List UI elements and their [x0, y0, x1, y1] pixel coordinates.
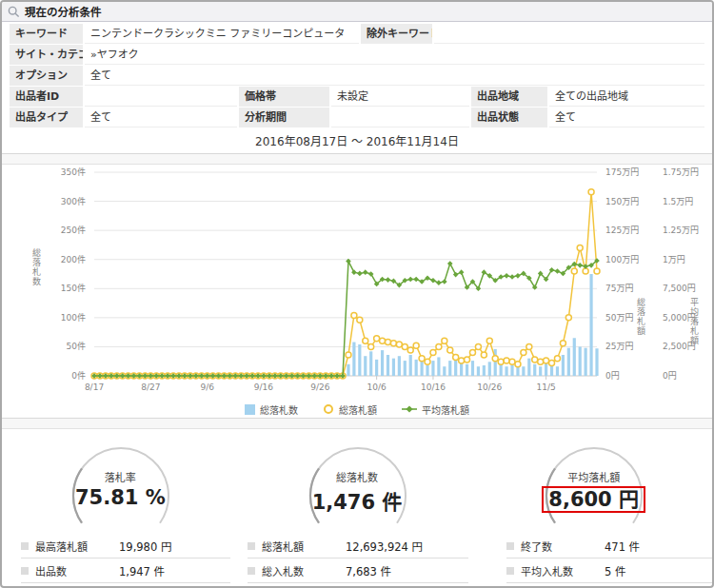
stat-row: 総出品者数1,674 人: [248, 583, 468, 588]
legend-item-bid-count[interactable]: 総落札数: [245, 402, 298, 417]
auction-trend-chart: 0件0円0円50件25万円2,500円100件50万円5,000円150件75万…: [2, 165, 714, 397]
stat-row: 最高入札数85 件: [21, 583, 230, 588]
svg-text:10/26: 10/26: [477, 382, 502, 392]
gauge-label: 落札率: [2, 469, 239, 484]
svg-text:250件: 250件: [61, 225, 86, 235]
svg-text:50万円: 50万円: [605, 313, 633, 323]
svg-text:125万円: 125万円: [605, 225, 639, 235]
stat-value: 19,980 円: [119, 539, 171, 554]
analysis-period-label: 分析期間: [239, 108, 329, 127]
stat-value: 471 件: [605, 539, 640, 554]
svg-text:350件: 350件: [61, 167, 86, 177]
stat-row: 総入札数7,683 件: [248, 559, 468, 583]
chart-section: 0件0円0円50件25万円2,500円100件50万円5,000円150件75万…: [2, 165, 712, 418]
stat-label: 終了数: [521, 539, 605, 554]
svg-text:1万円: 1万円: [663, 255, 685, 265]
legend-label: 平均落札額: [422, 402, 469, 417]
legend-item-avg-amount[interactable]: 平均落札額: [402, 402, 469, 417]
svg-text:8/27: 8/27: [141, 382, 160, 392]
svg-text:8/17: 8/17: [85, 382, 104, 392]
svg-text:100万円: 100万円: [605, 255, 639, 265]
svg-text:75万円: 75万円: [605, 284, 633, 293]
condition-row-type: 出品タイプ 全て 分析期間 出品状態 全て: [10, 108, 704, 127]
svg-text:0円: 0円: [605, 371, 620, 381]
region-value: 全ての出品地域: [549, 87, 704, 107]
svg-text:9/26: 9/26: [310, 382, 329, 392]
stat-label: 出品数: [35, 563, 119, 578]
bullet-square-icon: [506, 567, 514, 575]
svg-text:150万円: 150万円: [605, 197, 639, 206]
bar-swatch-icon: [245, 404, 255, 415]
section-divider: [2, 153, 712, 165]
stat-value: 7,683 件: [346, 563, 391, 578]
condition-row-keyword: キーワード ニンテンドークラシックミニ ファミリーコンピュータ 除外キーワード: [10, 24, 704, 44]
svg-text:175万円: 175万円: [605, 167, 639, 177]
bullet-square-icon: [21, 542, 29, 550]
bullet-square-icon: [248, 542, 255, 550]
svg-text:50件: 50件: [67, 341, 86, 351]
gauge-win-rate: 落札率 75.81 %: [2, 429, 239, 532]
option-label: オプション: [10, 66, 83, 86]
svg-text:25万円: 25万円: [605, 342, 633, 351]
stat-row: 最高落札額19,980 円: [21, 534, 230, 559]
stat-row: 総落札額12,693,924 円: [248, 534, 468, 559]
svg-text:0円: 0円: [663, 371, 677, 381]
legend-item-total-amount[interactable]: 総落札額: [323, 402, 377, 417]
condition-row-seller: 出品者ID 価格帯 未設定 出品地域 全ての出品地域: [10, 87, 704, 107]
svg-text:9/6: 9/6: [200, 382, 214, 392]
seller-id-value: [85, 87, 237, 107]
listing-status-value: 全て: [549, 108, 704, 127]
stat-value: 1,947 件: [119, 563, 165, 578]
svg-text:1.25万円: 1.25万円: [663, 225, 699, 235]
gauge-value: 1,476 件: [239, 486, 476, 515]
listing-type-value: 全て: [85, 108, 237, 127]
region-label: 出品地域: [471, 87, 547, 107]
stat-label: 平均入札数: [521, 563, 605, 578]
listing-type-label: 出品タイプ: [10, 108, 83, 127]
bullet-square-icon: [506, 542, 514, 550]
right-axis-total-title: 総落札額: [635, 298, 647, 336]
exclude-keyword-label: 除外キーワード: [361, 24, 432, 44]
bullet-square-icon: [248, 567, 255, 575]
option-value: 全て: [85, 66, 704, 86]
exclude-keyword-value: [434, 24, 704, 44]
search-icon: [8, 6, 20, 18]
svg-text:10/16: 10/16: [421, 382, 446, 392]
stats-column-1: 最高落札額19,980 円 出品数1,947 件 最高入札数85 件: [21, 534, 230, 588]
svg-text:7,500円: 7,500円: [663, 284, 696, 293]
svg-text:1.5万円: 1.5万円: [663, 197, 693, 206]
gauge-value: 8,600 円: [475, 486, 712, 513]
right-axis-avg-title: 平均落札額: [688, 298, 701, 345]
site-category-value: »ヤフオク: [85, 45, 704, 65]
conditions-table: キーワード ニンテンドークラシックミニ ファミリーコンピュータ 除外キーワード …: [2, 22, 712, 153]
gauge-total-count: 総落札数 1,476 件: [239, 429, 476, 532]
gauge-value: 75.81 %: [2, 486, 239, 509]
conditions-header: 現在の分析条件: [2, 2, 712, 22]
analysis-date-range: 2016年08月17日 ～ 2016年11月14日: [10, 128, 704, 153]
svg-text:0件: 0件: [71, 370, 86, 381]
circle-marker-icon: [323, 403, 334, 415]
svg-text:9/16: 9/16: [254, 382, 273, 392]
svg-text:10/6: 10/6: [367, 382, 387, 392]
stat-label: 総落札額: [262, 539, 346, 554]
bullet-square-icon: [21, 567, 29, 575]
stat-value: 12,693,924 円: [346, 539, 423, 554]
seller-id-label: 出品者ID: [10, 87, 83, 107]
gauge-avg-price: 平均落札額 8,600 円: [475, 429, 712, 532]
svg-text:300件: 300件: [61, 196, 86, 206]
svg-text:200件: 200件: [61, 254, 86, 265]
analysis-period-value: [331, 108, 469, 127]
svg-text:11/5: 11/5: [536, 382, 555, 392]
legend-label: 総落札額: [339, 402, 377, 417]
stat-label: 総入札数: [262, 563, 346, 578]
highlighted-value: 8,600 円: [542, 486, 645, 513]
site-category-label: サイト・カテゴ: [10, 45, 83, 65]
condition-row-option: オプション 全て: [10, 66, 704, 86]
stat-row: 出品数1,947 件: [21, 559, 230, 583]
listing-status-label: 出品状態: [471, 108, 547, 127]
diamond-marker-icon: [402, 404, 417, 414]
stat-row: 終了数471 件: [506, 534, 712, 559]
section-divider: [2, 418, 712, 429]
analysis-report-page: 現在の分析条件 キーワード ニンテンドークラシックミニ ファミリーコンピュータ …: [0, 0, 714, 588]
keyword-value: ニンテンドークラシックミニ ファミリーコンピュータ: [85, 24, 359, 44]
